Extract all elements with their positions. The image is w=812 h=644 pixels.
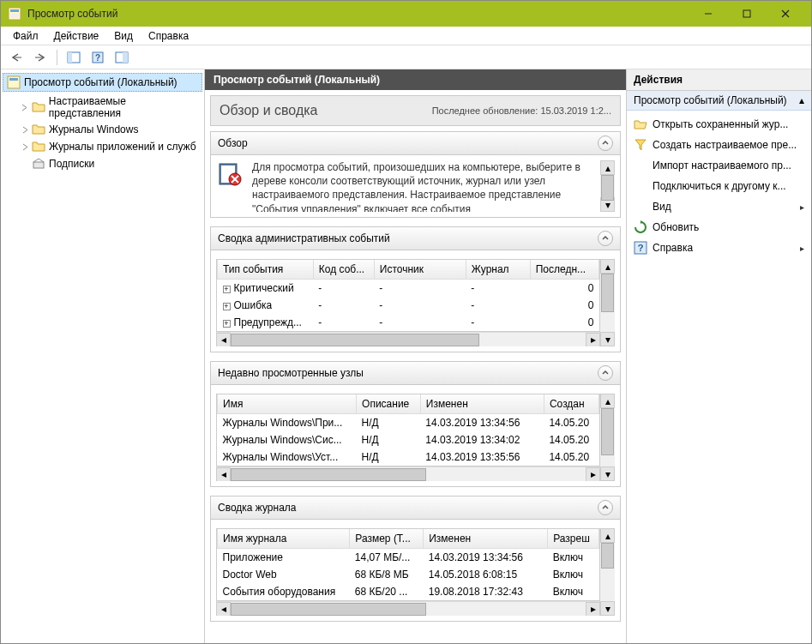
action-import-custom-view[interactable]: Импорт настраиваемого пр... (629, 155, 809, 176)
admin-events-vscroll[interactable]: ▴ ▾ (600, 259, 615, 346)
col-modified[interactable]: Изменен (424, 529, 548, 549)
table-row[interactable]: Журналы Windows\Уст... Н/Д 14.03.2019 13… (218, 448, 599, 466)
expand-icon[interactable] (20, 102, 30, 112)
table-row[interactable]: Doctor Web 68 КБ/8 МБ 14.05.2018 6:08:15… (218, 566, 599, 583)
action-label: Открыть сохраненный жур... (653, 118, 804, 130)
expand-icon[interactable] (20, 124, 30, 135)
recent-nodes-hscroll[interactable]: ◂ ▸ (216, 466, 600, 481)
tree-root[interactable]: Просмотр событий (Локальный) (3, 73, 202, 92)
table-row[interactable]: Приложение 14,07 МБ/... 14.03.2019 13:34… (218, 549, 599, 567)
table-row[interactable]: +Предупрежд... - - - 0 (218, 314, 599, 331)
cell-size: 68 КБ/20 ... (350, 583, 424, 600)
col-event-type[interactable]: Тип события (218, 260, 314, 280)
admin-events-table: Тип события Код соб... Источник Журнал П… (217, 260, 599, 331)
col-event-code[interactable]: Код соб... (313, 260, 374, 280)
action-connect-another[interactable]: Подключиться к другому к... (629, 176, 809, 196)
col-desc[interactable]: Описание (357, 394, 421, 414)
admin-events-hscroll[interactable]: ◂ ▸ (216, 332, 600, 346)
table-row[interactable]: Журналы Windows\При... Н/Д 14.03.2019 13… (218, 414, 599, 432)
action-refresh[interactable]: Обновить (629, 217, 809, 238)
overview-vscroll[interactable]: ▴ ▾ (600, 160, 615, 212)
minimize-button[interactable] (689, 1, 727, 27)
action-create-custom-view[interactable]: Создать настраиваемое пре... (629, 135, 809, 155)
recent-nodes-head[interactable]: Недавно просмотренные узлы (211, 362, 620, 385)
menu-action[interactable]: Действие (47, 28, 106, 44)
col-size[interactable]: Размер (Т... (350, 529, 424, 549)
col-enabled[interactable]: Разреш (548, 529, 599, 549)
tree-item-app-logs[interactable]: Журналы приложений и служб (3, 138, 202, 155)
scroll-up-icon[interactable]: ▴ (600, 394, 615, 408)
expand-icon[interactable] (20, 141, 30, 152)
tree-item-subscriptions[interactable]: Подписки (3, 155, 202, 172)
col-journal[interactable]: Журнал (466, 260, 530, 280)
scroll-up-icon[interactable]: ▴ (600, 528, 615, 543)
col-modified[interactable]: Изменен (420, 394, 544, 414)
svg-rect-17 (33, 162, 44, 168)
tree-item-windows-logs[interactable]: Журналы Windows (3, 121, 202, 138)
journal-summary-vscroll[interactable]: ▴ ▾ (600, 528, 615, 616)
overview-head[interactable]: Обзор (211, 132, 620, 155)
admin-events-section: Сводка административных событий Тип собы… (210, 226, 621, 352)
cell-modified: 19.08.2018 17:32:43 (424, 583, 548, 600)
journal-summary-hscroll[interactable]: ◂ ▸ (216, 601, 600, 616)
admin-events-head[interactable]: Сводка административных событий (211, 227, 620, 250)
scroll-up-icon[interactable]: ▴ (600, 259, 615, 274)
table-row[interactable]: +Ошибка - - - 0 (218, 297, 599, 314)
menu-view[interactable]: Вид (107, 28, 140, 44)
col-name[interactable]: Имя (218, 394, 357, 414)
cell-desc: Н/Д (357, 431, 421, 448)
table-row[interactable]: Журналы Windows\Сис... Н/Д 14.03.2019 13… (218, 431, 599, 448)
help-toolbar-button[interactable]: ? (87, 48, 108, 67)
preview-pane-button[interactable] (111, 48, 132, 67)
scroll-right-icon[interactable]: ▸ (586, 333, 600, 347)
tree-item-custom-views[interactable]: Настраиваемые представления (3, 93, 202, 121)
recent-nodes-table: Имя Описание Изменен Создан Журналы Wind… (217, 394, 599, 466)
col-journal-name[interactable]: Имя журнала (218, 529, 350, 549)
menu-help[interactable]: Справка (141, 28, 195, 44)
scroll-down-icon[interactable]: ▾ (600, 466, 615, 481)
nav-back-button[interactable] (6, 48, 27, 67)
table-row[interactable]: +Критический - - - 0 (218, 280, 599, 298)
cell-type: Критический (234, 282, 294, 294)
collapse-icon[interactable] (598, 231, 613, 246)
action-view[interactable]: Вид ▸ (629, 196, 809, 217)
nav-forward-button[interactable] (30, 48, 51, 67)
table-row[interactable]: События оборудования 68 КБ/20 ... 19.08.… (218, 583, 599, 600)
actions-group-head[interactable]: Просмотр событий (Локальный) ▴ (627, 91, 811, 111)
cell-type: Предупрежд... (234, 316, 302, 328)
scroll-down-icon[interactable]: ▾ (600, 332, 615, 346)
main-scroll[interactable]: Обзор и сводка Последнее обновление: 15.… (205, 90, 626, 643)
event-viewer-icon (7, 75, 21, 89)
col-last[interactable]: Последн... (530, 260, 598, 280)
scroll-left-icon[interactable]: ◂ (216, 333, 231, 347)
menu-file[interactable]: Файл (6, 28, 45, 44)
col-source[interactable]: Источник (374, 260, 466, 280)
action-open-saved-log[interactable]: Открыть сохраненный жур... (629, 114, 809, 135)
show-tree-button[interactable] (63, 48, 84, 67)
cell-modified: 14.05.2018 6:08:15 (424, 566, 548, 583)
collapse-icon[interactable] (598, 365, 613, 381)
expand-plus-icon[interactable]: + (223, 320, 231, 328)
cell-enabled: Включ (548, 566, 599, 583)
collapse-up-icon[interactable]: ▴ (799, 94, 804, 106)
recent-nodes-vscroll[interactable]: ▴ ▾ (600, 394, 615, 481)
menubar: Файл Действие Вид Справка (1, 27, 811, 45)
collapse-icon[interactable] (598, 500, 613, 515)
close-button[interactable] (766, 1, 804, 27)
recent-nodes-section: Недавно просмотренные узлы Имя Описан (210, 361, 621, 487)
maximize-button[interactable] (727, 1, 766, 27)
collapse-icon[interactable] (598, 135, 613, 151)
scroll-right-icon[interactable]: ▸ (586, 467, 600, 482)
col-created[interactable]: Создан (544, 394, 598, 414)
scroll-right-icon[interactable]: ▸ (586, 602, 600, 617)
expand-plus-icon[interactable]: + (223, 286, 231, 293)
scroll-up-icon[interactable]: ▴ (600, 160, 615, 175)
scroll-left-icon[interactable]: ◂ (216, 467, 231, 482)
scroll-down-icon[interactable]: ▾ (600, 601, 615, 616)
journal-summary-head[interactable]: Сводка журнала (211, 497, 620, 520)
content-area: Просмотр событий (Локальный) Настраиваем… (1, 69, 811, 643)
scroll-left-icon[interactable]: ◂ (216, 602, 231, 617)
expand-plus-icon[interactable]: + (223, 303, 231, 310)
action-help[interactable]: ? Справка ▸ (629, 238, 809, 258)
cell-journal: - (466, 314, 530, 331)
